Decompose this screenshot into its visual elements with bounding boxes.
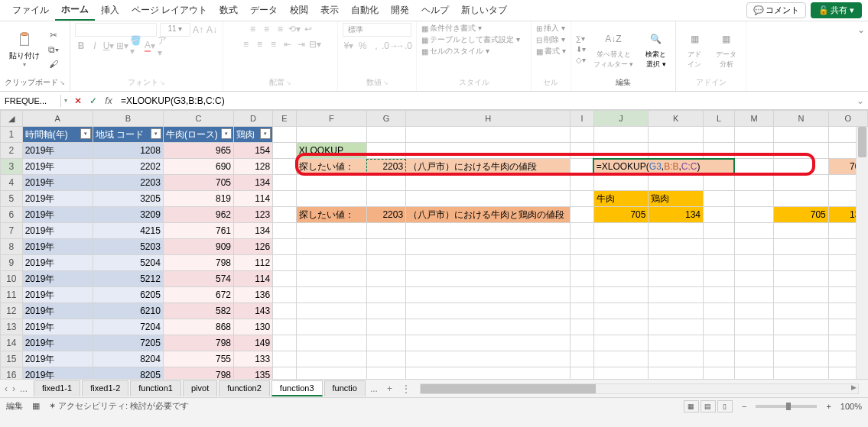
menu-automate[interactable]: 自動化 xyxy=(345,1,385,20)
cell-G1[interactable] xyxy=(366,127,405,143)
cell-G3[interactable]: 2203 xyxy=(366,159,405,175)
filter-arrow-icon[interactable]: ▾ xyxy=(151,128,161,139)
accessibility-status[interactable]: ✶ アクセシビリティ: 検討が必要です xyxy=(49,400,189,412)
cell-E11[interactable] xyxy=(273,287,297,303)
row-header[interactable]: 3 xyxy=(1,159,23,175)
row-header[interactable]: 7 xyxy=(1,223,23,239)
ribbon-collapse-icon[interactable]: ⌄ xyxy=(857,24,865,35)
col-L[interactable]: L xyxy=(704,111,735,127)
cell-F13[interactable] xyxy=(296,319,366,335)
cell-K15[interactable] xyxy=(649,351,704,367)
cell-I11[interactable] xyxy=(571,287,594,303)
format-painter-icon[interactable]: 🖌 xyxy=(47,58,60,70)
orientation-icon[interactable]: ⟲▾ xyxy=(288,23,301,35)
cell-N4[interactable] xyxy=(774,175,829,191)
menu-view[interactable]: 表示 xyxy=(314,1,345,20)
row-header[interactable]: 5 xyxy=(1,191,23,207)
cell-F5[interactable] xyxy=(296,191,366,207)
cell-D8[interactable]: 126 xyxy=(233,239,272,255)
cell-K8[interactable] xyxy=(649,239,704,255)
cell-E16[interactable] xyxy=(273,367,297,380)
menu-data[interactable]: データ xyxy=(244,1,284,20)
cell-G16[interactable] xyxy=(366,367,405,380)
cell-G12[interactable] xyxy=(366,303,405,319)
cell-L4[interactable] xyxy=(704,175,735,191)
vertical-scrollbar[interactable] xyxy=(856,127,868,379)
cell-J3[interactable]: =XLOOKUP(G3,B:B,C:C) xyxy=(593,159,734,175)
cell-L15[interactable] xyxy=(704,351,735,367)
filter-arrow-icon[interactable]: ▾ xyxy=(260,128,271,139)
col-A[interactable]: A xyxy=(22,111,93,127)
cell-D12[interactable]: 143 xyxy=(233,303,272,319)
col-D[interactable]: D xyxy=(233,111,272,127)
cell-H9[interactable] xyxy=(406,255,571,271)
cond-format-button[interactable]: ▦ 条件付き書式 ▾ xyxy=(421,23,482,34)
horizontal-scrollbar[interactable]: ◀ ▶ xyxy=(420,383,859,394)
col-N[interactable]: N xyxy=(774,111,829,127)
bold-icon[interactable]: B xyxy=(75,40,87,52)
cell-L14[interactable] xyxy=(704,335,735,351)
filter-arrow-icon[interactable]: ▾ xyxy=(221,128,232,139)
cell-E8[interactable] xyxy=(273,239,297,255)
cell-A5[interactable]: 2019年 xyxy=(22,191,93,207)
cell-L9[interactable] xyxy=(704,255,735,271)
cell-E6[interactable] xyxy=(273,207,297,223)
tab-prev-icon[interactable]: ‹ xyxy=(3,383,9,394)
cell-M11[interactable] xyxy=(734,287,773,303)
cell-N2[interactable] xyxy=(774,143,829,159)
cell-M14[interactable] xyxy=(734,335,773,351)
cell-L2[interactable] xyxy=(704,143,735,159)
cell-D9[interactable]: 112 xyxy=(233,255,272,271)
cell-H8[interactable] xyxy=(406,239,571,255)
cell-B4[interactable]: 2203 xyxy=(93,175,163,191)
cell-A16[interactable]: 2019年 xyxy=(22,367,93,380)
cell-D15[interactable]: 133 xyxy=(233,351,272,367)
share-button[interactable]: 🔓共有 ▾ xyxy=(811,2,862,18)
cell-C12[interactable]: 582 xyxy=(163,303,233,319)
cell-B2[interactable]: 1208 xyxy=(93,143,163,159)
cell-J10[interactable] xyxy=(593,271,649,287)
cut-icon[interactable]: ✂ xyxy=(47,29,60,41)
cell-F1[interactable] xyxy=(296,127,366,143)
col-K[interactable]: K xyxy=(649,111,704,127)
cell-F2[interactable]: XLOOKUP xyxy=(296,143,366,159)
cell-A15[interactable]: 2019年 xyxy=(22,351,93,367)
clear-icon[interactable]: ◇▾ xyxy=(576,56,586,64)
menu-developer[interactable]: 開発 xyxy=(385,1,415,20)
cell-F3[interactable]: 探したい値： xyxy=(296,159,366,175)
italic-icon[interactable]: I xyxy=(89,40,101,52)
cell-G10[interactable] xyxy=(366,271,405,287)
phonetic-icon[interactable]: ア▾ xyxy=(158,40,170,52)
cell-M9[interactable] xyxy=(734,255,773,271)
cell-K11[interactable] xyxy=(649,287,704,303)
cell-H4[interactable] xyxy=(406,175,571,191)
cell-I16[interactable] xyxy=(571,367,594,380)
cell-K12[interactable] xyxy=(649,303,704,319)
wrap-text-icon[interactable]: ↩ xyxy=(302,23,314,35)
cell-E10[interactable] xyxy=(273,271,297,287)
cell-A3[interactable]: 2019年 xyxy=(22,159,93,175)
cell-C16[interactable]: 798 xyxy=(163,367,233,380)
clipboard-launcher-icon[interactable]: ↘ xyxy=(60,79,65,86)
sheet-tab-function1[interactable]: function1 xyxy=(130,380,181,396)
sheet-tab-function3[interactable]: function3 xyxy=(271,380,323,396)
cell-J7[interactable] xyxy=(593,223,649,239)
cell-G8[interactable] xyxy=(366,239,405,255)
cell-J13[interactable] xyxy=(593,319,649,335)
find-select-button[interactable]: 🔍 検索と 選択 ▾ xyxy=(641,28,671,71)
cell-C7[interactable]: 761 xyxy=(163,223,233,239)
cell-D7[interactable]: 134 xyxy=(233,223,272,239)
cell-N3[interactable] xyxy=(774,159,829,175)
col-J[interactable]: J xyxy=(593,111,649,127)
cell-M15[interactable] xyxy=(734,351,773,367)
sheet-tab-functio[interactable]: functio xyxy=(324,380,366,396)
cell-A14[interactable]: 2019年 xyxy=(22,335,93,351)
cell-D11[interactable]: 136 xyxy=(233,287,272,303)
align-center-icon[interactable]: ≡ xyxy=(254,38,266,50)
cell-N10[interactable] xyxy=(774,271,829,287)
cell-F12[interactable] xyxy=(296,303,366,319)
cell-L10[interactable] xyxy=(704,271,735,287)
cell-B8[interactable]: 5203 xyxy=(93,239,163,255)
cell-J14[interactable] xyxy=(593,335,649,351)
cell-K4[interactable] xyxy=(649,175,704,191)
